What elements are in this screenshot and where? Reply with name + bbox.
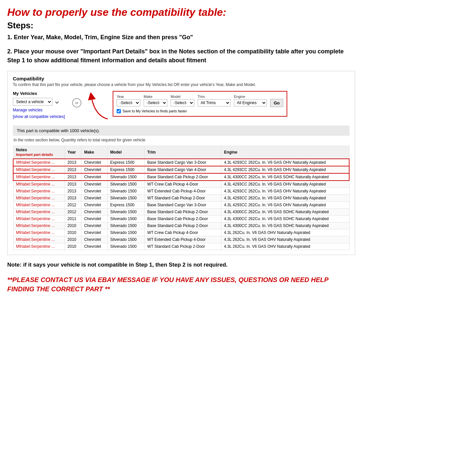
engine-cell: 4.3L 4293CC 262Cu. In. V6 GAS OHV Natura… [221,181,349,188]
engine-cell: 4.3L 4293CC 262Cu. In. V6 GAS OHV Natura… [221,166,349,173]
table-row: Mfrlabel:Serpentine ...2013ChevroletSilv… [13,173,349,181]
trim-cell: WT Extended Cab Pickup 4-Door [145,187,221,194]
make-cell: Chevrolet [81,215,107,222]
show-all-link[interactable]: [show all compatible vehicles] [13,114,66,119]
year-label: Year [117,95,140,99]
year-cell: 2011 [65,215,81,222]
save-checkbox[interactable] [117,109,121,113]
model-cell: Silverado 1500 [107,229,144,236]
vehicle-select-dropdown[interactable]: Select a vehicle [13,98,52,106]
trim-field: Trim All Trims [198,95,231,106]
vehicle-select-row: Select a vehicle [13,98,66,106]
make-cell: Chevrolet [81,208,107,215]
table-row: Mfrlabel:Serpentine ...2013ChevroletSilv… [13,181,349,188]
model-cell: Silverado 1500 [107,208,144,215]
engine-select[interactable]: All Engines [234,99,267,106]
trim-cell: Base Standard Cargo Van 3-Door [145,159,221,166]
notes-cell: Mfrlabel:Serpentine ... [13,181,65,188]
table-row: Mfrlabel:Serpentine ...2013ChevroletExpr… [13,159,349,166]
chevron-down-icon [55,100,59,103]
model-cell: Express 1500 [107,201,144,208]
year-cell: 2013 [65,173,81,181]
year-cell: 2010 [65,243,81,250]
year-select[interactable]: -Select- [117,99,140,106]
save-row: Save to My Vehicles to finds parts faste… [117,109,283,113]
model-cell: Silverado 1500 [107,181,144,188]
make-cell: Chevrolet [81,173,107,181]
year-cell: 2013 [65,194,81,201]
model-cell: Silverado 1500 [107,222,144,229]
notes-cell: Mfrlabel:Serpentine ... [13,222,65,229]
make-cell: Chevrolet [81,243,107,250]
model-field: Model -Select- [171,95,194,106]
year-cell: 2012 [65,201,81,208]
step2-text: 2. Place your mouse over "Important Part… [7,47,355,65]
col-trim: Trim [145,146,221,159]
engine-cell: 4.3L 4293CC 262Cu. In. V6 GAS OHV Natura… [221,194,349,201]
my-vehicles-section: My Vehicles Select a vehicle Manage vehi… [13,91,66,119]
manage-vehicles-link[interactable]: Manage vehicles [13,108,66,112]
trim-cell: WT Crew Cab Pickup 4-Door [145,229,221,236]
trim-cell: Base Standard Cab Pickup 2-Door [145,222,221,229]
trim-cell: Base Standard Cab Pickup 2-Door [145,215,221,222]
compat-count-bar: This part is compatible with 1000 vehicl… [13,126,350,136]
trim-cell: WT Crew Cab Pickup 4-Door [145,181,221,188]
make-field: Make -Select- [144,95,167,106]
compat-table: Notes Important part details Year Make M… [13,146,350,250]
notes-cell: Mfrlabel:Serpentine ... [13,166,65,173]
make-label: Make [144,95,167,99]
engine-cell: 4.3L 4293CC 262Cu. In. V6 GAS OHV Natura… [221,159,349,166]
model-cell: Silverado 1500 [107,187,144,194]
table-row: Mfrlabel:Serpentine ...2013ChevroletSilv… [13,194,349,201]
step1-text: 1. Enter Year, Make, Model, Trim, Engine… [7,33,355,42]
make-cell: Chevrolet [81,181,107,188]
table-row: Mfrlabel:Serpentine ...2013ChevroletExpr… [13,166,349,173]
notes-cell: Mfrlabel:Serpentine ... [13,236,65,243]
notes-cell: Mfrlabel:Serpentine ... [13,243,65,250]
model-cell: Express 1500 [107,166,144,173]
notes-cell: Mfrlabel:Serpentine ... [13,159,65,166]
ymm-row: Year -Select- Make -Select- Model [117,94,283,107]
engine-label: Engine [234,95,267,99]
year-make-section: Year -Select- Make -Select- Model [113,91,287,117]
arrow-icon [88,93,111,122]
make-cell: Chevrolet [81,229,107,236]
make-cell: Chevrolet [81,159,107,166]
trim-label: Trim [198,95,231,99]
save-label: Save to My Vehicles to finds parts faste… [123,109,187,113]
steps-heading: Steps: [7,20,355,31]
engine-field: Engine All Engines [234,95,267,106]
trim-select[interactable]: All Trims [198,99,231,106]
or-divider: or [72,98,81,107]
trim-cell: WT Standard Cab Pickup 2-Door [145,243,221,250]
table-row: Mfrlabel:Serpentine ...2010ChevroletSilv… [13,229,349,236]
notes-cell: Mfrlabel:Serpentine ... [13,208,65,215]
notes-cell: Mfrlabel:Serpentine ... [13,229,65,236]
col-notes: Notes Important part details [13,146,65,159]
col-model: Model [107,146,144,159]
model-select[interactable]: -Select- [171,99,194,106]
model-cell: Silverado 1500 [107,173,144,181]
year-cell: 2013 [65,159,81,166]
make-select[interactable]: -Select- [144,99,167,106]
notes-cell: Mfrlabel:Serpentine ... [13,173,65,181]
make-cell: Chevrolet [81,194,107,201]
make-cell: Chevrolet [81,166,107,173]
table-row: Mfrlabel:Serpentine ...2012ChevroletSilv… [13,208,349,215]
col-engine: Engine [221,146,349,159]
my-vehicles-label: My Vehicles [13,91,66,96]
engine-cell: 4.3L 4300CC 262Cu. In. V6 GAS SOHC Natur… [221,208,349,215]
year-cell: 2012 [65,208,81,215]
table-row: Mfrlabel:Serpentine ...2010ChevroletSilv… [13,222,349,229]
make-cell: Chevrolet [81,222,107,229]
table-row: Mfrlabel:Serpentine ...2010ChevroletSilv… [13,236,349,243]
col-year: Year [65,146,81,159]
year-field: Year -Select- [117,95,140,106]
notes-cell: Mfrlabel:Serpentine ... [13,194,65,201]
note-bottom: Note: if it says your vehicle is not com… [7,261,355,269]
go-button[interactable]: Go [270,99,283,107]
table-row: Mfrlabel:Serpentine ...2010ChevroletSilv… [13,243,349,250]
contact-text: **PLEASE CONTACT US VIA EBAY MESSAGE IF … [7,275,355,294]
engine-cell: 4.3L 4300CC 262Cu. In. V6 GAS SOHC Natur… [221,222,349,229]
notes-cell: Mfrlabel:Serpentine ... [13,187,65,194]
